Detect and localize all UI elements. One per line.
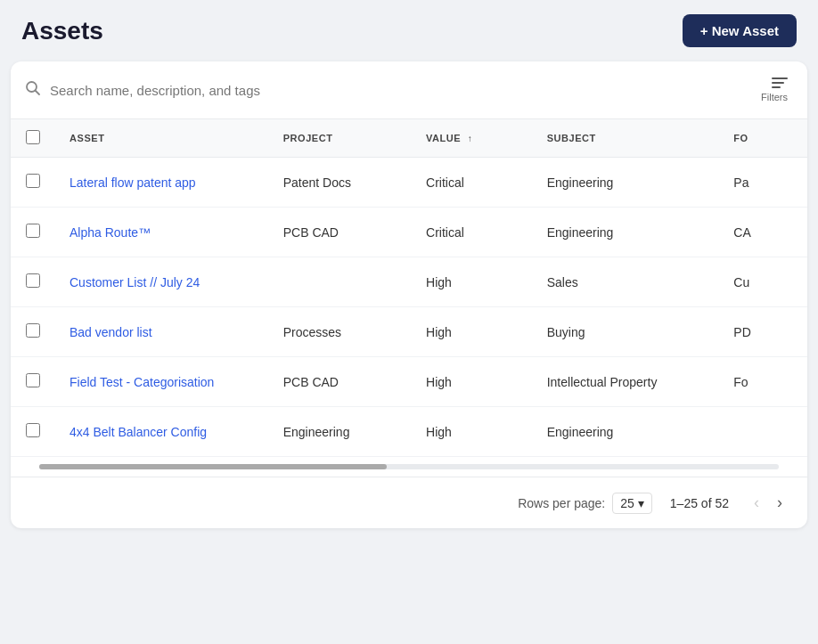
search-icon <box>25 80 41 101</box>
cell-project: Processes <box>269 307 412 357</box>
row-checkbox-cell <box>11 357 55 407</box>
asset-name-link[interactable]: Alpha Route™ <box>70 225 151 240</box>
page-title: Assets <box>21 17 103 45</box>
page-navigation: ‹ › <box>747 490 789 516</box>
asset-name-link[interactable]: Lateral flow patent app <box>70 175 196 190</box>
horizontal-scrollbar[interactable] <box>39 464 779 469</box>
rows-per-page-value: 25 <box>620 496 634 510</box>
search-bar: Filters <box>11 61 807 119</box>
cell-asset-name: Field Test - Categorisation <box>55 357 269 407</box>
filter-icon <box>772 77 788 88</box>
filters-button[interactable]: Filters <box>756 74 793 106</box>
cell-asset-name: Bad vendor list <box>55 307 269 357</box>
cell-value: Critical <box>412 158 533 208</box>
row-checkbox-cell <box>11 208 55 257</box>
select-all-checkbox[interactable] <box>26 130 40 144</box>
table-wrapper[interactable]: ASSET PROJECT VALUE ↑ SUBJECT FO <box>11 119 807 457</box>
rows-per-page-label: Rows per page: <box>518 496 605 510</box>
cell-fo: Fo <box>719 357 807 407</box>
cell-subject: Engineering <box>533 158 720 208</box>
asset-name-link[interactable]: 4x4 Belt Balancer Config <box>70 425 207 439</box>
row-checkbox[interactable] <box>26 323 40 338</box>
cell-fo: Pa <box>719 158 807 208</box>
table-row: Alpha Route™PCB CADCriticalEngineeringCA <box>11 208 807 257</box>
cell-asset-name: 4x4 Belt Balancer Config <box>55 407 269 457</box>
cell-fo: CA <box>719 208 807 257</box>
cell-value: Critical <box>412 208 533 257</box>
cell-value: High <box>412 357 533 407</box>
asset-name-link[interactable]: Customer List // July 24 <box>70 275 200 289</box>
page-header: Assets + New Asset <box>0 0 818 61</box>
row-checkbox-cell <box>11 257 55 307</box>
table-row: 4x4 Belt Balancer ConfigEngineeringHighE… <box>11 407 807 457</box>
page-info: 1–25 of 52 <box>670 496 729 510</box>
cell-project: PCB CAD <box>269 357 412 407</box>
table-row: Customer List // July 24HighSalesCu <box>11 257 807 307</box>
row-checkbox-cell <box>11 407 55 457</box>
cell-project: Engineering <box>269 407 412 457</box>
cell-subject: Engineering <box>533 407 720 457</box>
cell-value: High <box>412 307 533 357</box>
new-asset-button[interactable]: + New Asset <box>683 14 797 47</box>
row-checkbox[interactable] <box>26 423 40 437</box>
svg-line-1 <box>36 90 40 94</box>
next-page-button[interactable]: › <box>770 490 789 516</box>
cell-fo: Cu <box>719 257 807 307</box>
row-checkbox[interactable] <box>26 273 40 288</box>
cell-asset-name: Lateral flow patent app <box>55 158 269 208</box>
cell-subject: Sales <box>533 257 720 307</box>
row-checkbox[interactable] <box>26 373 40 387</box>
search-input[interactable] <box>50 83 756 98</box>
cell-value: High <box>412 257 533 307</box>
row-checkbox-cell <box>11 307 55 357</box>
col-header-checkbox <box>11 119 55 158</box>
rows-per-page-select[interactable]: 25 ▾ <box>612 493 652 514</box>
asset-name-link[interactable]: Field Test - Categorisation <box>70 375 214 389</box>
col-header-fo[interactable]: FO <box>719 119 807 158</box>
row-checkbox-cell <box>11 158 55 208</box>
table-body: Lateral flow patent appPatent DocsCritic… <box>11 158 807 457</box>
main-content: Filters ASSET PROJECT VALUE ↑ <box>11 61 807 528</box>
prev-page-button[interactable]: ‹ <box>747 490 766 516</box>
cell-subject: Engineering <box>533 208 720 257</box>
cell-asset-name: Alpha Route™ <box>55 208 269 257</box>
table-header-row: ASSET PROJECT VALUE ↑ SUBJECT FO <box>11 119 807 158</box>
table-row: Field Test - CategorisationPCB CADHighIn… <box>11 357 807 407</box>
rows-dropdown-icon: ▾ <box>638 496 644 510</box>
cell-fo: PD <box>719 307 807 357</box>
filter-label: Filters <box>761 92 788 102</box>
cell-asset-name: Customer List // July 24 <box>55 257 269 307</box>
asset-name-link[interactable]: Bad vendor list <box>70 325 152 339</box>
rows-per-page-control: Rows per page: 25 ▾ <box>518 493 652 514</box>
cell-project: Patent Docs <box>269 158 412 208</box>
sort-asc-icon: ↑ <box>468 134 473 143</box>
cell-project <box>269 257 412 307</box>
row-checkbox[interactable] <box>26 174 40 188</box>
cell-subject: Buying <box>533 307 720 357</box>
cell-value: High <box>412 407 533 457</box>
row-checkbox[interactable] <box>26 224 40 238</box>
col-header-value[interactable]: VALUE ↑ <box>412 119 533 158</box>
col-header-project[interactable]: PROJECT <box>269 119 412 158</box>
cell-fo <box>719 407 807 457</box>
col-header-asset[interactable]: ASSET <box>55 119 269 158</box>
cell-subject: Intellectual Property <box>533 357 720 407</box>
table-footer: Rows per page: 25 ▾ 1–25 of 52 ‹ › <box>11 477 807 528</box>
table-row: Lateral flow patent appPatent DocsCritic… <box>11 158 807 208</box>
col-header-subject[interactable]: SUBJECT <box>533 119 720 158</box>
assets-table: ASSET PROJECT VALUE ↑ SUBJECT FO <box>11 119 807 457</box>
table-row: Bad vendor listProcessesHighBuyingPD <box>11 307 807 357</box>
cell-project: PCB CAD <box>269 208 412 257</box>
